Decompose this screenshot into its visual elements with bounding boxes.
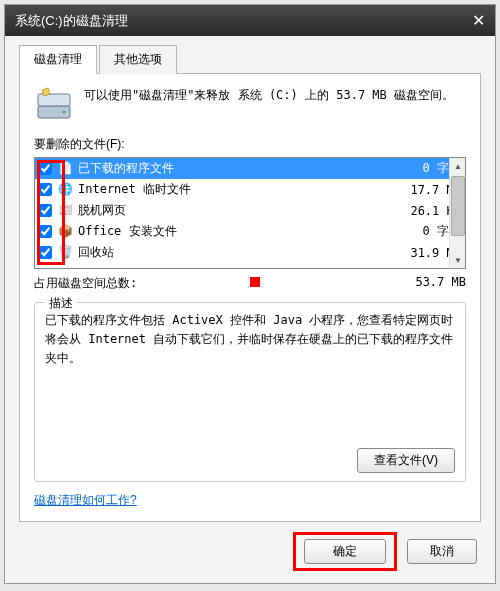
intro-text: 可以使用"磁盘清理"来释放 系统 (C:) 上的 53.7 MB 磁盘空间。 [84,86,454,126]
file-checkbox[interactable] [39,162,52,175]
titlebar: 系统(C:)的磁盘清理 ✕ [5,5,495,36]
description-group: 描述 已下载的程序文件包括 ActiveX 控件和 Java 小程序，您查看特定… [34,302,466,482]
total-row: 占用磁盘空间总数: 53.7 MB [34,275,466,292]
file-row[interactable]: 📰 脱机网页 26.1 KB [35,200,465,221]
file-icon: 📦 [58,224,74,240]
file-checkbox[interactable] [39,183,52,196]
file-list[interactable]: 📄 已下载的程序文件 0 字节 🌐 Internet 临时文件 17.7 MB … [34,157,466,269]
file-row[interactable]: 🗑️ 回收站 31.9 MB [35,242,465,263]
file-icon: 📄 [58,161,74,177]
file-checkbox[interactable] [39,225,52,238]
files-label: 要删除的文件(F): [34,136,466,153]
scroll-thumb[interactable] [451,176,465,236]
file-icon: 🌐 [58,182,74,198]
tab-other-options[interactable]: 其他选项 [99,45,177,74]
annotation-red-box-ok: 确定 [293,532,397,571]
svg-rect-1 [38,94,70,106]
view-files-button[interactable]: 查看文件(V) [357,448,455,473]
close-icon[interactable]: ✕ [472,11,485,30]
scroll-up-icon[interactable]: ▲ [451,158,465,174]
disk-cleanup-dialog: 系统(C:)的磁盘清理 ✕ 磁盘清理 其他选项 可以使用"磁盘清理"来释放 系统… [4,4,496,584]
tab-panel: 可以使用"磁盘清理"来释放 系统 (C:) 上的 53.7 MB 磁盘空间。 要… [19,74,481,522]
file-icon: 📰 [58,203,74,219]
window-title: 系统(C:)的磁盘清理 [15,12,128,30]
annotation-red-square [250,277,260,287]
scrollbar[interactable]: ▲ ▼ [449,158,465,268]
description-text: 已下载的程序文件包括 ActiveX 控件和 Java 小程序，您查看特定网页时… [45,311,455,369]
tab-strip: 磁盘清理 其他选项 [19,44,481,74]
file-name: 已下载的程序文件 [78,160,391,177]
file-row[interactable]: 📦 Office 安装文件 0 字节 [35,221,465,242]
dialog-footer: 确定 取消 [19,522,481,575]
file-name: 脱机网页 [78,202,391,219]
content-area: 磁盘清理 其他选项 可以使用"磁盘清理"来释放 系统 (C:) 上的 53.7 … [5,36,495,583]
help-link[interactable]: 磁盘清理如何工作? [34,492,466,509]
intro-row: 可以使用"磁盘清理"来释放 系统 (C:) 上的 53.7 MB 磁盘空间。 [34,86,466,126]
ok-button[interactable]: 确定 [304,539,386,564]
file-name: Office 安装文件 [78,223,391,240]
cancel-button[interactable]: 取消 [407,539,477,564]
drive-cleanup-icon [34,86,74,126]
description-legend: 描述 [45,295,77,312]
file-checkbox[interactable] [39,246,52,259]
view-files-row: 查看文件(V) [45,438,455,473]
tab-disk-cleanup[interactable]: 磁盘清理 [19,45,97,74]
total-label: 占用磁盘空间总数: [34,275,137,292]
total-value: 53.7 MB [415,275,466,292]
file-icon: 🗑️ [58,245,74,261]
file-row[interactable]: 🌐 Internet 临时文件 17.7 MB [35,179,465,200]
file-checkbox[interactable] [39,204,52,217]
file-name: Internet 临时文件 [78,181,391,198]
file-name: 回收站 [78,244,391,261]
file-row[interactable]: 📄 已下载的程序文件 0 字节 [35,158,465,179]
scroll-down-icon[interactable]: ▼ [451,252,465,268]
svg-point-2 [63,111,66,114]
